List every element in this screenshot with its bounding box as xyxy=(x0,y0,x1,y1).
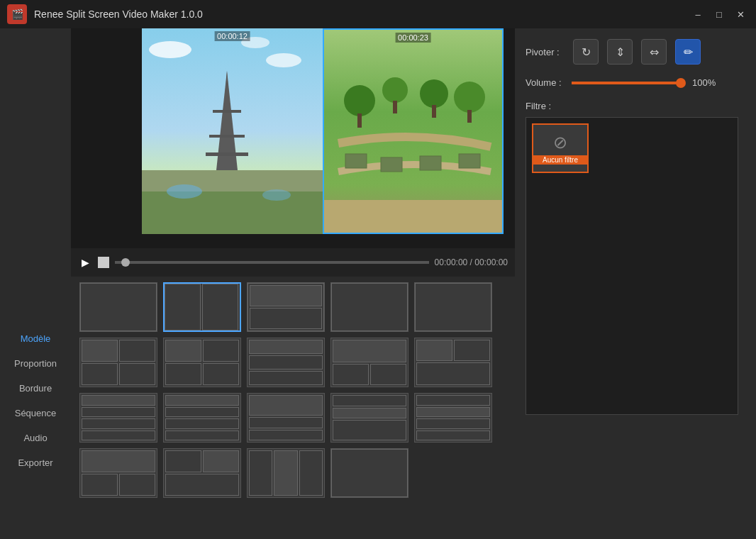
main-layout: Modèle Proportion Bordure Séquence Audio… xyxy=(0,28,756,539)
svg-rect-5 xyxy=(213,110,241,113)
svg-point-10 xyxy=(149,41,191,58)
sidebar-item-proportion[interactable]: Proportion xyxy=(0,351,71,376)
center-panel: 00:00:12 xyxy=(71,28,515,539)
template-partial-a[interactable] xyxy=(79,448,157,498)
app-title: Renee Split Screen Video Maker 1.0.0 xyxy=(34,9,689,20)
flip-v-icon: ⇕ xyxy=(616,45,625,59)
sidebar-item-audio[interactable]: Audio xyxy=(0,426,71,450)
pivoter-label: Pivoter : xyxy=(526,47,565,57)
rotate-button[interactable]: ↻ xyxy=(573,39,599,65)
svg-rect-18 xyxy=(357,113,362,128)
template-grid-4d[interactable] xyxy=(330,338,408,387)
video-preview: 00:00:12 xyxy=(71,28,515,248)
svg-rect-23 xyxy=(381,157,402,172)
maximize-button[interactable]: □ xyxy=(711,7,728,21)
template-row-1 xyxy=(79,282,506,332)
video-panel-right[interactable]: 00:00:23 xyxy=(323,28,504,234)
app-icon: 🎬 xyxy=(7,4,27,24)
flip-horizontal-button[interactable]: ⇔ xyxy=(641,39,667,65)
window-controls: – □ ✕ xyxy=(689,7,749,21)
filter-no-filter[interactable]: ⊘ Aucun filtre xyxy=(532,123,589,173)
template-partial-c[interactable] xyxy=(247,448,325,498)
filter-section: Filtre : ⊘ Aucun filtre xyxy=(526,101,745,415)
svg-point-16 xyxy=(420,79,448,108)
svg-rect-7 xyxy=(206,152,248,156)
template-row-4 xyxy=(79,448,506,498)
right-panel: Pivoter : ↻ ⇕ ⇔ ✏ Volume : 100% xyxy=(515,28,756,539)
template-row-3 xyxy=(79,393,506,443)
filtre-label: Filtre : xyxy=(526,101,745,111)
template-single-2[interactable] xyxy=(414,282,492,332)
sidebar-item-modele[interactable]: Modèle xyxy=(0,326,71,351)
svg-point-11 xyxy=(266,53,301,67)
playback-bar: ▶ 00:00:00 / 00:00:00 xyxy=(71,248,515,277)
svg-rect-24 xyxy=(420,156,441,170)
svg-rect-22 xyxy=(345,154,367,168)
template-grid-4c[interactable] xyxy=(247,338,325,387)
sidebar-item-exporter[interactable]: Exporter xyxy=(0,450,71,475)
template-partial-d[interactable] xyxy=(330,448,408,498)
volume-value: 100% xyxy=(692,77,716,88)
edit-icon: ✏ xyxy=(684,45,693,59)
volume-label: Volume : xyxy=(526,77,565,88)
progress-thumb[interactable] xyxy=(121,258,130,267)
filter-grid: ⊘ Aucun filtre xyxy=(526,117,738,415)
time-display: 00:00:00 / 00:00:00 xyxy=(435,257,508,267)
template-hrows-b[interactable] xyxy=(163,393,241,443)
no-filter-icon: ⊘ xyxy=(553,133,567,152)
volume-thumb[interactable] xyxy=(676,78,686,88)
timestamp-left: 00:00:12 xyxy=(214,31,250,41)
template-row-2 xyxy=(79,338,506,387)
timestamp-right: 00:00:23 xyxy=(395,33,431,43)
svg-rect-20 xyxy=(432,105,436,118)
progress-bar[interactable] xyxy=(115,261,429,264)
volume-fill xyxy=(572,82,685,84)
svg-point-17 xyxy=(454,82,485,113)
rotate-icon: ↻ xyxy=(582,45,591,59)
flip-vertical-button[interactable]: ⇕ xyxy=(607,39,633,65)
template-grid-4e[interactable] xyxy=(414,338,492,387)
template-grid-4b[interactable] xyxy=(163,338,241,387)
close-button[interactable]: ✕ xyxy=(732,7,749,21)
template-partial-b[interactable] xyxy=(163,448,241,498)
pivoter-section: Pivoter : ↻ ⇕ ⇔ ✏ xyxy=(526,39,745,65)
template-split-2[interactable] xyxy=(163,282,241,332)
volume-section: Volume : 100% xyxy=(526,77,745,88)
template-hrows-a[interactable] xyxy=(79,393,157,443)
svg-rect-21 xyxy=(467,110,472,123)
template-hrows-d[interactable] xyxy=(330,393,408,443)
svg-rect-19 xyxy=(393,101,397,113)
svg-rect-2 xyxy=(142,191,323,234)
edit-button[interactable]: ✏ xyxy=(675,39,701,65)
sidebar-item-bordure[interactable]: Bordure xyxy=(0,376,71,401)
template-wide-left[interactable] xyxy=(247,282,325,332)
svg-rect-25 xyxy=(459,154,480,168)
filter-name-no-filter: Aucun filtre xyxy=(533,155,587,165)
sidebar: Modèle Proportion Bordure Séquence Audio… xyxy=(0,28,71,539)
svg-point-14 xyxy=(344,85,375,116)
volume-slider[interactable] xyxy=(572,82,685,84)
video-panel-left[interactable]: 00:00:12 xyxy=(142,28,323,234)
template-grid-4a[interactable] xyxy=(79,338,157,387)
play-button[interactable]: ▶ xyxy=(78,255,92,270)
svg-rect-26 xyxy=(324,200,502,233)
svg-point-8 xyxy=(167,184,202,199)
template-hrows-e[interactable] xyxy=(414,393,492,443)
template-hrows-c[interactable] xyxy=(247,393,325,443)
svg-point-9 xyxy=(262,189,291,201)
titlebar: 🎬 Renee Split Screen Video Maker 1.0.0 –… xyxy=(0,0,756,28)
video-bg-left xyxy=(142,28,323,234)
minimize-button[interactable]: – xyxy=(689,7,706,21)
template-scroll[interactable] xyxy=(79,282,509,533)
svg-rect-6 xyxy=(209,135,245,138)
template-single[interactable] xyxy=(79,282,157,332)
sidebar-item-sequence[interactable]: Séquence xyxy=(0,401,71,426)
template-area xyxy=(71,277,515,539)
template-even-2h[interactable] xyxy=(330,282,408,332)
svg-point-15 xyxy=(382,77,408,103)
stop-button[interactable] xyxy=(98,257,109,268)
flip-h-icon: ⇔ xyxy=(650,45,659,59)
video-bg-right xyxy=(324,30,502,233)
